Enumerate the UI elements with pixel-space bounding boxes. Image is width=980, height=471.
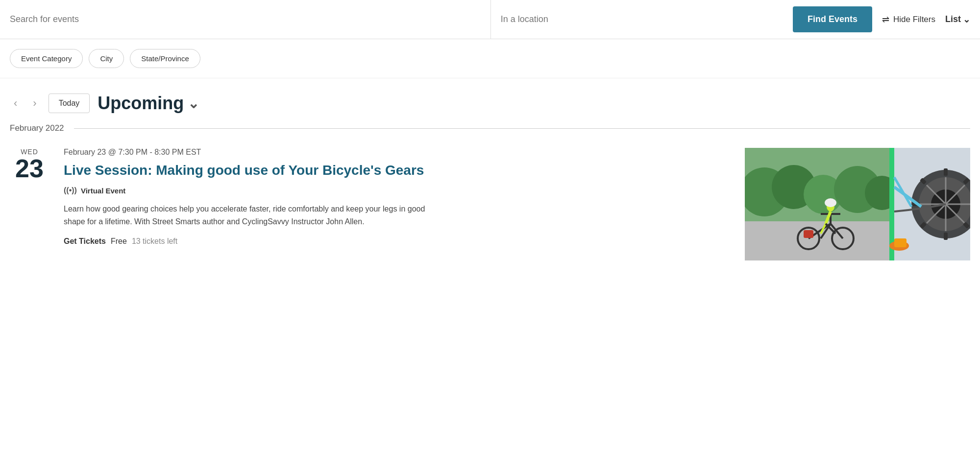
tickets-count: 13 tickets left	[132, 237, 177, 246]
virtual-event-icon: ((•))	[64, 186, 77, 195]
svg-rect-19	[804, 230, 813, 238]
event-title[interactable]: Live Session: Making good use of Your Bi…	[64, 162, 730, 179]
event-time: February 23 @ 7:30 PM - 8:30 PM EST	[64, 148, 730, 157]
list-view-button[interactable]: List ⌄	[945, 14, 970, 25]
event-card: WED 23 February 23 @ 7:30 PM - 8:30 PM E…	[0, 148, 980, 280]
chip-city[interactable]: City	[89, 49, 124, 68]
search-input[interactable]	[10, 14, 481, 24]
month-header: February 2022	[10, 123, 970, 133]
prev-arrow-button[interactable]: ‹	[10, 95, 21, 112]
location-input-wrapper	[491, 0, 793, 39]
list-label: List	[945, 14, 961, 24]
get-tickets-label[interactable]: Get Tickets	[64, 237, 106, 246]
svg-rect-30	[944, 233, 948, 240]
upcoming-dropdown[interactable]: Upcoming ⌄	[98, 93, 199, 114]
upcoming-label-text: Upcoming	[98, 93, 184, 114]
search-bar: Find Events ⇌ Hide Filters List ⌄	[0, 0, 980, 39]
search-actions: Find Events ⇌ Hide Filters List ⌄	[793, 6, 970, 32]
month-divider	[74, 128, 970, 129]
event-tickets: Get Tickets Free 13 tickets left	[64, 237, 730, 246]
event-price: Free	[111, 237, 127, 246]
event-date-col: WED 23	[10, 148, 49, 260]
hide-filters-button[interactable]: ⇌ Hide Filters	[882, 14, 935, 25]
nav-section: ‹ › Today Upcoming ⌄	[0, 78, 980, 123]
location-input[interactable]	[501, 14, 783, 24]
next-arrow-button[interactable]: ›	[29, 95, 40, 112]
find-events-button[interactable]: Find Events	[793, 6, 872, 32]
chevron-down-icon: ⌄	[188, 95, 199, 112]
svg-rect-40	[894, 238, 906, 247]
svg-point-18	[825, 198, 836, 207]
today-button[interactable]: Today	[49, 94, 90, 113]
chip-state-province[interactable]: State/Province	[130, 49, 200, 68]
month-section: February 2022	[0, 123, 980, 133]
event-image	[745, 148, 970, 260]
event-virtual: ((•)) Virtual Event	[64, 186, 730, 195]
month-title: February 2022	[10, 123, 64, 133]
event-day-num: 23	[15, 156, 44, 181]
event-details: February 23 @ 7:30 PM - 8:30 PM EST Live…	[64, 148, 730, 260]
svg-rect-29	[944, 168, 948, 176]
hide-filters-label: Hide Filters	[893, 15, 935, 24]
filter-chips: Event Category City State/Province	[0, 39, 980, 78]
virtual-event-label: Virtual Event	[81, 187, 125, 195]
search-input-wrapper	[10, 0, 491, 39]
event-description: Learn how good gearing choices help you …	[64, 203, 446, 228]
event-image-col	[745, 148, 970, 260]
filter-icon: ⇌	[882, 14, 889, 25]
chip-event-category[interactable]: Event Category	[10, 49, 83, 68]
chevron-down-icon: ⌄	[963, 14, 970, 25]
